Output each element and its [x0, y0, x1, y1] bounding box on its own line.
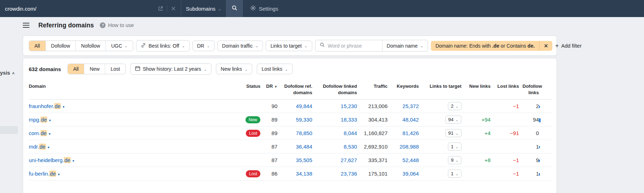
dofollow-ref-domains-value[interactable]: 35,505: [296, 157, 312, 163]
traffic-value: 304,413: [357, 113, 388, 127]
link-type-segmented-control: All Dofollow Nofollow UGC ⌄: [29, 41, 133, 51]
traffic-value: 335,371: [357, 154, 388, 167]
col-domain[interactable]: Domain: [29, 80, 228, 100]
dofollow-linked-domains-value[interactable]: 15,230: [341, 103, 357, 109]
dofollow-linked-domains-value[interactable]: 8,044: [343, 130, 357, 136]
links-to-target-select[interactable]: 91⌄: [445, 129, 461, 137]
dr-filter-dropdown[interactable]: DR ⌄: [193, 41, 215, 51]
how-to-use-link[interactable]: ? How to use: [100, 22, 134, 28]
domains-count: 632 domains: [29, 66, 61, 72]
domain-options-caret-icon[interactable]: ▾: [48, 145, 49, 149]
col-lost-links[interactable]: Lost links: [491, 80, 519, 100]
dofollow-linked-domains-value[interactable]: 23,736: [341, 171, 357, 177]
domain-options-caret-icon[interactable]: ▾: [58, 172, 60, 176]
table-row: mdr.de▾ 87 36,484 8,530 2,692,910 208,98…: [29, 140, 552, 154]
open-external-icon[interactable]: [158, 6, 163, 11]
search-scope-dropdown[interactable]: Domain name ⌄: [382, 40, 428, 51]
keywords-value[interactable]: 81,426: [402, 130, 419, 136]
domain-options-caret-icon[interactable]: ▾: [49, 118, 51, 122]
dofollow-linked-domains-value[interactable]: 8,530: [343, 144, 357, 150]
divider: [167, 5, 167, 12]
status-tab-all[interactable]: All: [68, 64, 84, 74]
keywords-value[interactable]: 25,372: [402, 103, 419, 109]
dofollow-ref-domains-value[interactable]: 36,484: [296, 144, 312, 150]
links-to-target-select[interactable]: 1⌄: [448, 143, 461, 151]
target-mode-dropdown[interactable]: Subdomains ⌄: [181, 0, 226, 17]
keywords-value[interactable]: 52,448: [402, 157, 419, 163]
sidebar-partial-label[interactable]: ysis˄: [0, 70, 15, 76]
dofollow-linked-domains-value[interactable]: 27,627: [341, 157, 357, 163]
best-links-dropdown[interactable]: Best links: Off ⌄: [136, 40, 189, 52]
sidebar-partial-item[interactable]: [0, 126, 18, 134]
dofollow-ref-domains-value[interactable]: 59,330: [296, 117, 312, 123]
status-tab-new[interactable]: New: [84, 64, 105, 74]
keywords-value[interactable]: 48,042: [402, 117, 419, 123]
link-type-nofollow[interactable]: Nofollow: [75, 41, 105, 51]
dofollow-ref-domains-value[interactable]: 34,138: [296, 171, 312, 177]
links-to-target-select[interactable]: 94⌄: [445, 116, 461, 124]
table-toolbar: 632 domains All New Lost Show history: L…: [23, 58, 557, 80]
dofollow-links-value: 1: [519, 167, 539, 181]
domain-link[interactable]: mdr.de: [29, 144, 46, 150]
link-type-dofollow[interactable]: Dofollow: [45, 41, 76, 51]
chevron-down-icon: ⌄: [218, 7, 221, 11]
col-new-links[interactable]: New links: [461, 80, 491, 100]
col-dofollow-linked-domains[interactable]: Dofollow linked domains: [312, 80, 357, 100]
domain-options-caret-icon[interactable]: ▾: [49, 132, 50, 136]
dr-value: 86: [260, 167, 277, 181]
col-keywords[interactable]: Keywords: [388, 80, 419, 100]
col-status[interactable]: Status: [228, 80, 260, 100]
domain-link[interactable]: uni-heidelberg.de: [29, 157, 71, 163]
word-search-group: Domain name ⌄: [315, 40, 428, 52]
gear-icon: [250, 5, 256, 12]
col-dofollow-ref-domains[interactable]: Dofollow ref. domains: [277, 80, 312, 100]
top-navigation-bar: crowdin.com/ Subdomains ⌄ Se: [0, 0, 644, 17]
domain-link[interactable]: fu-berlin.de: [29, 171, 56, 177]
dofollow-ref-domains-value[interactable]: 78,850: [296, 130, 312, 136]
settings-button[interactable]: Settings: [250, 0, 278, 17]
link-chain-icon: [141, 43, 146, 49]
target-url-value[interactable]: crowdin.com/: [5, 6, 36, 12]
domain-options-caret-icon[interactable]: ▾: [63, 105, 64, 109]
new-links-value: [461, 100, 491, 113]
col-traffic[interactable]: Traffic: [357, 80, 388, 100]
add-filter-button[interactable]: + Add filter: [555, 43, 584, 49]
lost-links-dropdown[interactable]: Lost links ⌄: [257, 64, 293, 74]
link-type-all[interactable]: All: [29, 41, 45, 51]
status-tab-lost[interactable]: Lost: [105, 64, 125, 74]
show-history-dropdown[interactable]: Show history: Last 2 years ⌄: [130, 63, 211, 75]
link-type-ugc-dropdown[interactable]: UGC ⌄: [105, 41, 133, 51]
menu-icon[interactable]: [23, 23, 29, 28]
keywords-value[interactable]: 39,064: [402, 171, 419, 177]
dofollow-linked-domains-value[interactable]: 18,333: [341, 117, 357, 123]
target-input[interactable]: crowdin.com/: [0, 0, 181, 17]
col-dr[interactable]: DR▼: [260, 80, 277, 100]
links-to-target-filter-dropdown[interactable]: Links to target ⌄: [266, 41, 312, 51]
status-segmented-control: All New Lost: [67, 64, 126, 74]
word-search-field[interactable]: [315, 40, 382, 51]
domain-options-caret-icon[interactable]: ▾: [72, 159, 74, 163]
domain-link[interactable]: mpg.de: [29, 117, 47, 123]
keywords-value[interactable]: 208,988: [400, 144, 419, 150]
new-links-dropdown[interactable]: New links ⌄: [216, 64, 252, 74]
links-to-target-select[interactable]: 1⌄: [448, 170, 461, 178]
search-submit-button[interactable]: [226, 0, 243, 17]
page-header: Referring domains ? How to use: [0, 17, 644, 33]
lost-links-value: −1: [491, 100, 519, 113]
status-badge: Lost: [246, 170, 260, 177]
links-to-target-select[interactable]: 2⌄: [448, 102, 461, 110]
dofollow-ref-domains-value[interactable]: 49,844: [296, 103, 312, 109]
word-search-input[interactable]: [328, 43, 374, 49]
col-dofollow-links[interactable]: Dofollow links: [519, 80, 539, 100]
domain-link[interactable]: fraunhofer.de: [29, 103, 61, 109]
links-to-target-select[interactable]: 9⌄: [448, 156, 461, 164]
domain-traffic-filter-dropdown[interactable]: Domain traffic ⌄: [217, 41, 263, 51]
table-body: fraunhofer.de▾ 90 49,844 15,230 213,006 …: [29, 100, 552, 181]
domain-link[interactable]: com.de: [29, 130, 47, 136]
calendar-icon: [135, 66, 140, 72]
remove-filter-icon[interactable]: ✕: [539, 41, 552, 51]
clear-target-icon[interactable]: [171, 6, 176, 11]
col-links-to-target[interactable]: Links to target: [419, 80, 461, 100]
active-filter-chip[interactable]: Domain name: Ends with .de or Contains d…: [431, 41, 552, 51]
chevron-down-icon: ⌄: [124, 44, 128, 48]
